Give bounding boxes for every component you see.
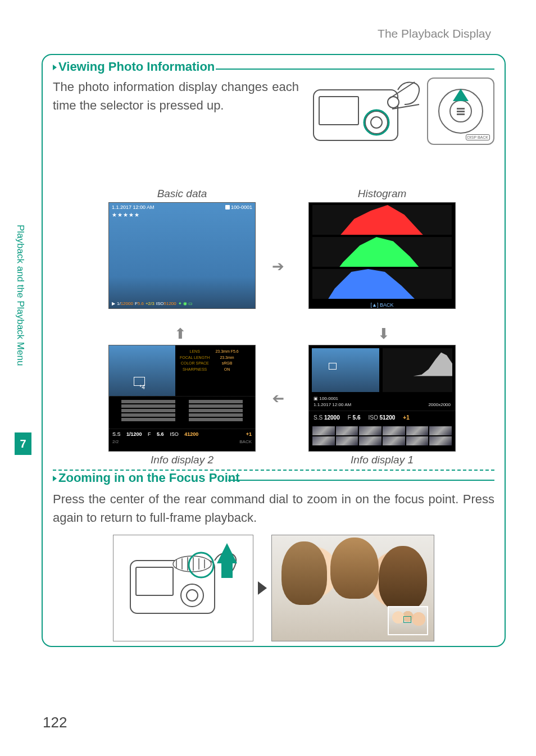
chapter-label: Playback and the Playback Menu	[15, 219, 26, 421]
camera-back-sketch	[309, 78, 421, 162]
histogram-back-icon: [▲]	[371, 302, 379, 308]
selector-zoom-inset: DISP BACK	[427, 78, 494, 145]
flow-arrow-up-icon: ⬆	[174, 325, 187, 343]
flow-arrow-right-icon: ➔	[272, 258, 284, 275]
info1-focus-point-icon	[329, 363, 337, 370]
flow-arrow-left-icon: ➔	[272, 390, 284, 407]
basic-data-screen: 1.1.2017 12:00 AM 100-0001 ★★★★★ ▶ 1/120…	[108, 202, 256, 309]
info2-iso: 41200	[184, 431, 198, 437]
selector-dpad[interactable]	[438, 89, 483, 134]
page-number: 122	[43, 714, 67, 731]
info2-caption: Info display 2	[103, 454, 261, 466]
info2-back: BACK	[239, 439, 252, 444]
info2-ss: 1/1200	[126, 431, 142, 437]
svg-rect-9	[457, 111, 465, 112]
info2-ev: +1	[246, 431, 252, 437]
basic-datetime: 1.1.2017 12:00 AM	[112, 204, 155, 210]
svg-rect-16	[136, 567, 173, 595]
info2-ap-label: F	[148, 431, 151, 437]
info2-lens-label: LENS	[180, 349, 210, 355]
playback-icon: ▶	[112, 301, 115, 306]
camera-top-illustration: DISP BACK	[309, 78, 494, 173]
selector-up-arrow-icon	[453, 89, 469, 101]
result-arrow-icon	[258, 581, 267, 595]
info2-ss-label: S.S	[112, 431, 121, 437]
chapter-number: 7	[15, 432, 31, 455]
basic-ss: 12000	[121, 301, 133, 306]
basic-iso: 51200	[164, 301, 176, 306]
menu-ok-icon	[455, 105, 467, 117]
disp-back-button-label: DISP BACK	[466, 134, 490, 140]
svg-marker-14	[383, 352, 452, 376]
flow-arrow-down-icon: ⬇	[378, 325, 390, 343]
info1-datetime: 1.1.2017 12:00 AM	[314, 402, 351, 407]
info2-badge: *4	[109, 384, 175, 390]
info2-page: 2/2	[112, 439, 119, 444]
histogram-caption: Histogram	[303, 188, 461, 200]
info2-focal-label: FOCAL LENGTH	[180, 355, 210, 361]
info2-color-val: sRGB	[215, 361, 238, 367]
basic-ap: 5.6	[138, 301, 144, 306]
info2-sharp-label: SHARPNESS	[180, 367, 210, 373]
info2-ap: 5.6	[157, 431, 164, 437]
info2-focal-val: 23.3mm	[215, 355, 238, 361]
info1-ap-label: F	[348, 415, 351, 421]
svg-point-19	[173, 556, 211, 572]
selector-center-button[interactable]	[449, 100, 472, 122]
pip-focus-rect-icon	[403, 616, 411, 623]
section2-title: Zooming in on the Focus Point	[53, 471, 243, 485]
info1-caption: Info display 1	[303, 454, 461, 466]
rating-stars: ★★★★★	[112, 212, 140, 218]
content-frame: Viewing Photo Information The photo info…	[42, 54, 506, 647]
zoomed-photo-illustration	[271, 535, 434, 641]
info1-ap: 5.6	[353, 415, 361, 421]
svg-marker-11	[312, 205, 452, 235]
histogram-back-label: BACK	[380, 302, 394, 308]
svg-point-3	[371, 117, 382, 128]
info2-iso-label: ISO	[170, 431, 179, 437]
svg-point-18	[187, 590, 198, 601]
histogram-green	[312, 237, 452, 267]
basic-ev: +2/3	[146, 301, 155, 306]
info2-screen: *4 LENS FOCAL LENGTH COLOR SPACE SHARPNE…	[108, 345, 256, 452]
info1-histogram	[383, 348, 452, 392]
chapter-tab: Playback and the Playback Menu 7	[15, 219, 31, 455]
basic-ss-prefix: 1/	[117, 301, 121, 306]
basic-iso-prefix: ISO	[156, 301, 164, 306]
info1-film-sim-thumbs	[309, 424, 455, 448]
section1-title: Viewing Photo Information	[53, 60, 218, 74]
misc-icons: ✦ ◉ ▭	[178, 301, 193, 306]
histogram-red	[312, 205, 452, 235]
info1-iso-label: ISO	[369, 415, 378, 421]
info1-ss: 12000	[324, 415, 340, 421]
info1-frame: 100-0001	[319, 396, 338, 401]
svg-rect-1	[319, 97, 358, 125]
press-dial-arrow-icon	[217, 543, 237, 563]
info1-ev: +1	[403, 415, 409, 421]
basic-frame-number: 100-0001	[231, 204, 252, 210]
section1-intro: The photo information display changes ea…	[53, 78, 299, 173]
pip-overview	[388, 606, 428, 635]
section2-text: Press the center of the rear command dia…	[53, 490, 494, 527]
basic-caption: Basic data	[103, 188, 261, 200]
histogram-screen: [▲] BACK	[308, 202, 456, 309]
display-cycle-flow: Basic data 1.1.2017 12:00 AM 100-0001 ★★…	[53, 188, 494, 480]
info1-screen: 100% ▣ 100-0001 1.1.2017 12:00 AM 2000x2…	[308, 345, 456, 452]
info1-ss-label: S.S	[314, 415, 322, 421]
info1-iso: 51200	[380, 415, 396, 421]
svg-marker-13	[312, 269, 452, 299]
svg-rect-8	[457, 108, 465, 110]
info2-lens-val: 23.3mm F5.6	[215, 349, 238, 355]
info1-dimensions: 2000x2000	[428, 402, 451, 407]
info2-color-label: COLOR SPACE	[180, 361, 210, 367]
svg-rect-10	[457, 113, 465, 115]
header-title: The Playback Display	[378, 27, 491, 40]
zoom-camera-illustration	[113, 535, 253, 641]
svg-marker-12	[312, 237, 452, 267]
info2-sharp-val: ON	[215, 367, 238, 373]
info1-thumbnail	[312, 348, 379, 392]
histogram-blue	[312, 269, 452, 299]
info2-tone-bars	[109, 396, 255, 429]
